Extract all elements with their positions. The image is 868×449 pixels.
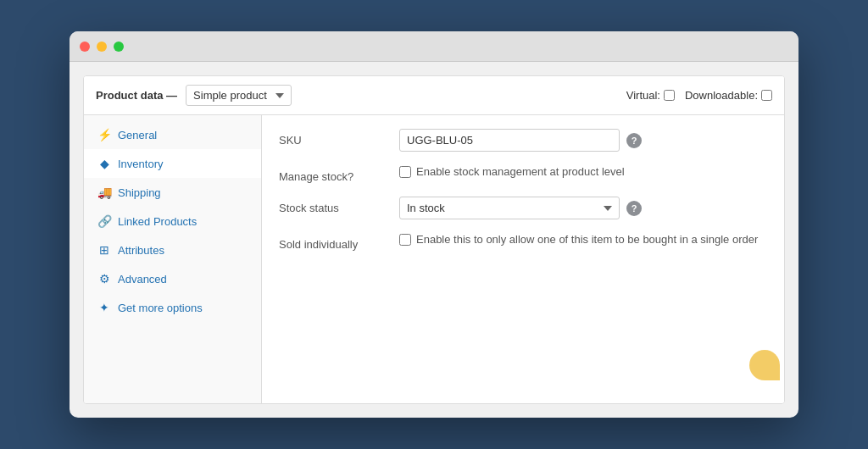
sku-help-icon[interactable]: ? (626, 133, 642, 148)
panel-body: ⚡ General ◆ Inventory 🚚 Shipping 🔗 Linke… (84, 115, 784, 403)
sidebar: ⚡ General ◆ Inventory 🚚 Shipping 🔗 Linke… (84, 115, 262, 403)
stock-status-label: Stock status (279, 197, 389, 214)
virtual-label[interactable]: Virtual: (626, 89, 675, 102)
sku-row: SKU ? (279, 129, 767, 152)
product-type-select[interactable]: Simple product (186, 85, 292, 106)
sold-individually-checkbox-text: Enable this to only allow one of this it… (416, 233, 758, 246)
grid-icon: ⊞ (97, 243, 111, 257)
sidebar-item-attributes[interactable]: ⊞ Attributes (84, 236, 261, 264)
sidebar-label-advanced: Advanced (118, 273, 167, 285)
manage-stock-checkbox-label[interactable]: Enable stock management at product level (399, 165, 625, 178)
virtual-downloadable-group: Virtual: Downloadable: (626, 89, 772, 102)
truck-icon: 🚚 (97, 186, 111, 199)
main-window: Product data — Simple product Virtual: D… (70, 31, 798, 418)
sold-individually-checkbox-label[interactable]: Enable this to only allow one of this it… (399, 233, 758, 246)
sidebar-item-advanced[interactable]: ⚙ Advanced (84, 264, 261, 293)
title-bar (70, 31, 798, 62)
sidebar-label-general: General (118, 129, 157, 141)
sku-label: SKU (279, 129, 389, 147)
stock-status-row: Stock status In stock Out of stock On ba… (279, 197, 767, 219)
stock-status-help-icon[interactable]: ? (626, 201, 642, 216)
sold-individually-control: Enable this to only allow one of this it… (399, 233, 767, 246)
close-button[interactable] (80, 42, 90, 52)
gear-icon: ⚙ (97, 272, 111, 285)
sidebar-label-linked-products: Linked Products (118, 215, 197, 228)
maximize-button[interactable] (114, 42, 124, 52)
diamond-icon: ◆ (97, 157, 111, 170)
yellow-accent-decoration (749, 350, 780, 380)
sidebar-label-shipping: Shipping (118, 186, 161, 199)
sidebar-label-inventory: Inventory (118, 158, 163, 170)
sidebar-label-get-more-options: Get more options (118, 302, 203, 314)
downloadable-label[interactable]: Downloadable: (685, 89, 772, 102)
sold-individually-checkbox[interactable] (399, 234, 411, 246)
stock-status-select[interactable]: In stock Out of stock On backorder (399, 197, 620, 219)
sidebar-item-linked-products[interactable]: 🔗 Linked Products (84, 207, 261, 236)
downloadable-checkbox[interactable] (761, 90, 772, 101)
sold-individually-label: Sold individually (279, 233, 389, 251)
sold-individually-row: Sold individually Enable this to only al… (279, 233, 767, 251)
manage-stock-label: Manage stock? (279, 165, 389, 183)
manage-stock-control: Enable stock management at product level (399, 165, 767, 178)
virtual-checkbox[interactable] (664, 90, 675, 101)
sidebar-item-get-more-options[interactable]: ✦ Get more options (84, 293, 261, 322)
sidebar-item-inventory[interactable]: ◆ Inventory (84, 149, 261, 178)
panel-header: Product data — Simple product Virtual: D… (84, 76, 784, 115)
sku-control: ? (399, 129, 767, 152)
lightning-icon: ⚡ (97, 128, 111, 141)
manage-stock-checkbox[interactable] (399, 166, 411, 178)
manage-stock-row: Manage stock? Enable stock management at… (279, 165, 767, 183)
product-data-label: Product data — (96, 89, 177, 102)
minimize-button[interactable] (97, 42, 107, 52)
manage-stock-checkbox-text: Enable stock management at product level (416, 165, 625, 178)
sidebar-item-general[interactable]: ⚡ General (84, 120, 261, 149)
sku-input[interactable] (399, 129, 620, 152)
content-area: SKU ? Manage stock? Enable stock manag (262, 115, 784, 403)
product-data-panel: Product data — Simple product Virtual: D… (83, 75, 785, 404)
sidebar-label-attributes: Attributes (118, 244, 164, 257)
stock-status-control: In stock Out of stock On backorder ? (399, 197, 767, 219)
sidebar-item-shipping[interactable]: 🚚 Shipping (84, 178, 261, 207)
link-icon: 🔗 (97, 214, 111, 228)
star-icon: ✦ (97, 301, 111, 314)
